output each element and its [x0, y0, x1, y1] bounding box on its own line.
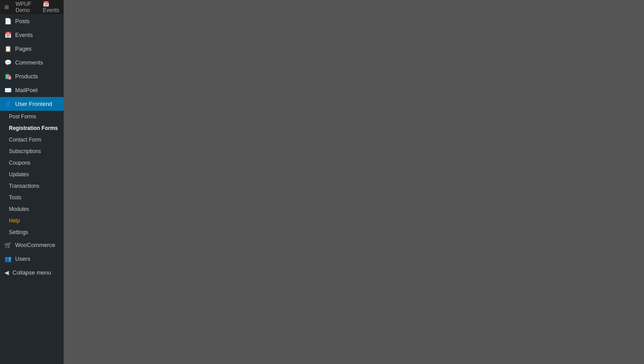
mailpoet-icon: ✉️: [4, 87, 12, 93]
sidebar-item-help[interactable]: Help: [0, 215, 64, 226]
sidebar-item-posts[interactable]: 📄 Posts: [0, 14, 64, 28]
comments-icon: 💬: [4, 59, 12, 66]
sidebar-item-user-frontend[interactable]: 👤 User Frontend: [0, 97, 64, 111]
sidebar-item-modules[interactable]: Modules: [0, 203, 64, 215]
sidebar-item-settings[interactable]: Settings: [0, 226, 64, 238]
wp-logo[interactable]: ⊞: [4, 4, 9, 10]
posts-icon: 📄: [4, 18, 12, 24]
sidebar-item-transactions[interactable]: Transactions: [0, 180, 64, 192]
sidebar-item-tools[interactable]: Tools: [0, 192, 64, 203]
admin-top-bar: ⊞ WPUF Demo 📅 Events: [0, 0, 64, 14]
sidebar-item-post-forms[interactable]: Post Forms: [0, 111, 64, 122]
site-name[interactable]: WPUF Demo: [16, 1, 36, 13]
woocommerce-icon: 🛒: [4, 242, 12, 248]
products-icon: 🛍️: [4, 73, 12, 80]
sidebar: ⊞ WPUF Demo 📅 Events 📄 Posts 📅 Events 📋 …: [0, 0, 64, 364]
sidebar-item-pages[interactable]: 📋 Pages: [0, 42, 64, 56]
events-icon: 📅: [4, 32, 12, 38]
collapse-menu-button[interactable]: ◀ Collapse menu: [0, 266, 64, 279]
sidebar-item-registration-forms[interactable]: Registration Forms: [0, 122, 64, 134]
sidebar-item-products[interactable]: 🛍️ Products: [0, 69, 64, 83]
sidebar-item-events[interactable]: 📅 Events: [0, 28, 64, 42]
sidebar-item-users[interactable]: 👥 Users: [0, 252, 64, 266]
sidebar-item-mailpoet[interactable]: ✉️ MailPoet: [0, 83, 64, 97]
pages-icon: 📋: [4, 45, 12, 52]
user-frontend-icon: 👤: [4, 101, 12, 107]
sidebar-nav: 📄 Posts 📅 Events 📋 Pages 💬 Comments 🛍️ P…: [0, 14, 64, 364]
users-icon: 👥: [4, 255, 12, 262]
events-link[interactable]: 📅 Events: [43, 1, 59, 13]
calendar-icon: 📅: [43, 1, 49, 7]
sidebar-item-updates[interactable]: Updates: [0, 169, 64, 180]
sidebar-item-coupons[interactable]: Coupons: [0, 157, 64, 169]
sidebar-item-subscriptions[interactable]: Subscriptions: [0, 146, 64, 157]
sidebar-item-contact-form[interactable]: Contact Form: [0, 134, 64, 146]
sidebar-item-woocommerce[interactable]: 🛒 WooCommerce: [0, 238, 64, 252]
collapse-icon: ◀: [4, 269, 9, 276]
sidebar-item-comments[interactable]: 💬 Comments: [0, 56, 64, 69]
